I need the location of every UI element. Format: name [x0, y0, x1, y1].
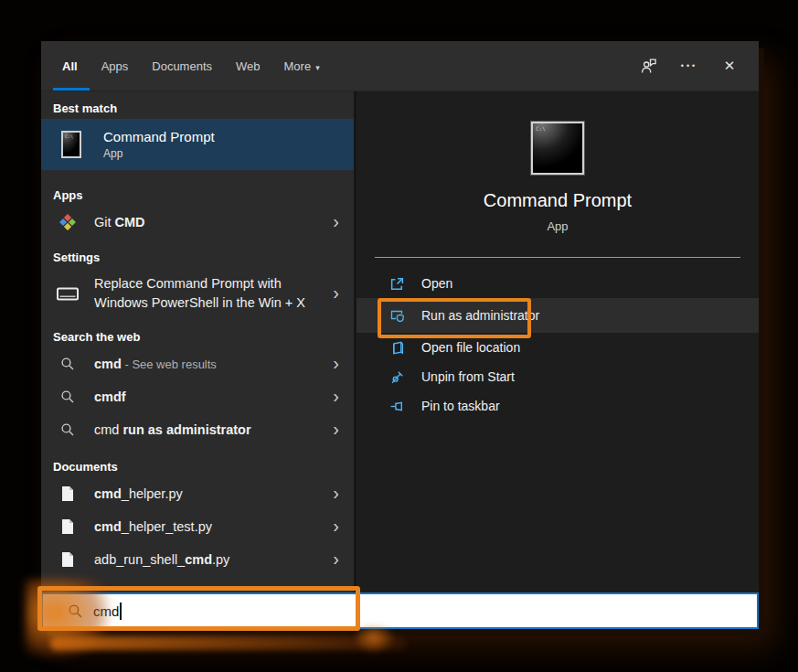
cmd-icon-large: C:\ [531, 122, 584, 175]
git-icon [54, 214, 81, 230]
section-label-documents: Documents [41, 457, 354, 477]
chevron-right-icon[interactable]: › [333, 283, 339, 304]
section-label-apps: Apps [41, 186, 354, 206]
action-list: Open Run as administrator [356, 269, 759, 421]
result-label: cmd - See web results [94, 355, 217, 374]
close-glyph: ✕ [724, 58, 736, 74]
document-icon [54, 518, 81, 535]
result-label: Git CMD [94, 213, 145, 232]
screenshot-stage: All Apps Documents Web More▾ ••• ✕ [0, 0, 798, 672]
action-label: Pin to taskbar [421, 399, 500, 413]
action-label: Open [421, 276, 452, 291]
chevron-right-icon[interactable]: › [333, 211, 339, 232]
chevron-right-icon[interactable]: › [333, 419, 339, 440]
tab-more-label: More [284, 59, 312, 73]
results-panel: Best match C:\ Command Prompt App Apps [41, 91, 356, 592]
result-web-cmd-run-as-administrator[interactable]: cmd run as administrator › [41, 413, 354, 446]
action-label: Open file location [421, 340, 520, 355]
chevron-right-icon[interactable]: › [333, 483, 339, 504]
preview-app-title: Command Prompt [356, 190, 759, 211]
pin-icon [389, 399, 405, 414]
marker-smudge [50, 636, 407, 650]
open-action[interactable]: Open [356, 269, 759, 298]
tab-all[interactable]: All [62, 59, 78, 73]
tab-bar: All Apps Documents Web More▾ ••• ✕ [41, 41, 759, 91]
result-doc-adb-run-shell-cmd[interactable]: adb_run_shell_cmd.py › [41, 543, 354, 576]
document-icon [54, 551, 81, 568]
close-icon[interactable]: ✕ [718, 55, 740, 77]
preview-divider [375, 257, 740, 258]
chevron-right-icon[interactable]: › [333, 353, 339, 374]
window-icon [54, 287, 81, 301]
chevron-down-icon: ▾ [315, 63, 320, 72]
best-match-subtitle: App [103, 147, 215, 160]
marker-smudge [356, 625, 395, 653]
result-label: cmdf [94, 388, 126, 407]
search-icon [54, 357, 81, 371]
chevron-right-icon[interactable]: › [333, 386, 339, 407]
tab-web[interactable]: Web [236, 59, 261, 73]
tab-more[interactable]: More▾ [284, 59, 320, 73]
section-label-search-the-web: Search the web [41, 327, 354, 347]
result-web-cmdf[interactable]: cmdf › [41, 380, 354, 413]
unpin-icon [389, 369, 405, 385]
result-label: cmd_helper.py [94, 485, 183, 504]
result-doc-cmd-helper-test[interactable]: cmd_helper_test.py › [41, 510, 354, 543]
active-tab-underline [53, 88, 90, 91]
action-label: Unpin from Start [421, 369, 515, 384]
unpin-from-start-action[interactable]: Unpin from Start [356, 362, 759, 391]
chevron-right-icon[interactable]: › [333, 549, 339, 570]
pin-to-taskbar-action[interactable]: Pin to taskbar [356, 391, 759, 421]
result-replace-powershell[interactable]: Replace Command Prompt with Windows Powe… [41, 268, 354, 319]
section-label-best-match: Best match [41, 99, 354, 119]
preview-panel: C:\ Command Prompt App Open [356, 91, 759, 592]
tab-documents[interactable]: Documents [152, 59, 212, 73]
feedback-icon[interactable] [638, 55, 660, 77]
document-icon [54, 485, 81, 502]
tab-apps[interactable]: Apps [101, 59, 129, 73]
result-web-cmd[interactable]: cmd - See web results › [41, 347, 354, 380]
more-options-icon[interactable]: ••• [678, 55, 700, 77]
chevron-right-icon[interactable]: › [333, 516, 339, 537]
open-icon [389, 276, 405, 292]
result-label: cmd run as administrator [94, 421, 251, 440]
best-match-command-prompt[interactable]: C:\ Command Prompt App [41, 119, 354, 170]
result-doc-cmd-helper[interactable]: cmd_helper.py › [41, 477, 354, 510]
annotation-box-search-input [37, 586, 360, 631]
result-git-cmd[interactable]: Git CMD › [41, 206, 354, 239]
search-icon [54, 389, 81, 404]
result-label: Replace Command Prompt with Windows Powe… [94, 274, 305, 313]
section-label-settings: Settings [41, 248, 354, 268]
result-label: adb_run_shell_cmd.py [94, 550, 229, 570]
result-label: cmd_helper_test.py [94, 517, 212, 537]
annotation-box-run-as-administrator [378, 298, 531, 338]
preview-app-subtitle: App [356, 219, 759, 233]
file-location-icon [389, 340, 405, 356]
search-icon [54, 422, 81, 437]
more-options-glyph: ••• [681, 61, 697, 70]
cmd-icon: C:\ [54, 131, 81, 158]
best-match-title: Command Prompt [103, 129, 215, 144]
